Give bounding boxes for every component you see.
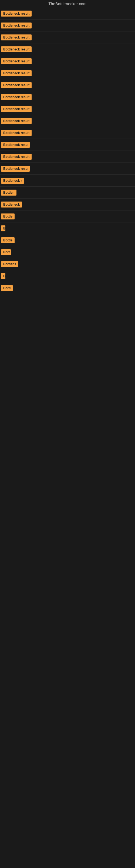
result-row: Bottleneck result bbox=[0, 79, 135, 91]
bottleneck-result-label: Bottleneck result bbox=[1, 34, 32, 40]
bottleneck-result-label: Bottleneck result bbox=[1, 94, 32, 100]
result-row: Bottleneck result bbox=[0, 43, 135, 55]
result-row: Bottleneck result bbox=[0, 8, 135, 20]
bottleneck-result-label: Bottleneck result bbox=[1, 58, 32, 64]
result-row: Bottleneck result bbox=[0, 20, 135, 31]
bottleneck-result-label: Bottle bbox=[1, 214, 14, 219]
bottleneck-result-label: Bottleneck result bbox=[1, 46, 32, 52]
result-row: Bott bbox=[0, 246, 135, 258]
bottleneck-result-label: Bottleneck result bbox=[1, 130, 32, 136]
result-row: Bottleneck result bbox=[0, 103, 135, 115]
bottleneck-result-label: Bottleneck result bbox=[1, 154, 32, 160]
result-row: B bbox=[0, 270, 135, 282]
bottleneck-result-label: Bottl bbox=[1, 285, 13, 291]
result-row: Bottleneck resu bbox=[0, 139, 135, 151]
result-row: Bottle bbox=[0, 211, 135, 222]
bottleneck-result-label: Bottle bbox=[1, 237, 14, 243]
bottleneck-result-label: Bottleneck result bbox=[1, 10, 32, 17]
bottleneck-result-label: Bott bbox=[1, 249, 11, 255]
result-row: Bottleneck resu bbox=[0, 163, 135, 175]
result-row: Bottleneck result bbox=[0, 115, 135, 127]
result-row: Bottleneck r bbox=[0, 175, 135, 187]
bottleneck-result-label: B bbox=[1, 225, 5, 231]
bottleneck-result-label: Bottleneck result bbox=[1, 106, 32, 112]
bottleneck-result-label: Bottleneck result bbox=[1, 82, 32, 88]
bottleneck-result-label: Bottleneck result bbox=[1, 23, 32, 29]
result-row: Bottleneck result bbox=[0, 127, 135, 139]
result-row: Bottleneck result bbox=[0, 91, 135, 103]
bottleneck-result-label: Bottleneck result bbox=[1, 70, 32, 76]
bottleneck-result-label: Bottlen bbox=[1, 190, 16, 195]
result-row: Bottleneck result bbox=[0, 151, 135, 163]
result-row: Bottleneck result bbox=[0, 55, 135, 67]
bottleneck-result-label: Bottleneck result bbox=[1, 118, 32, 124]
result-row: Bottleneck bbox=[0, 198, 135, 211]
result-row: Bottlens bbox=[0, 258, 135, 270]
result-row: Bottleneck result bbox=[0, 67, 135, 79]
bottleneck-result-label: Bottleneck bbox=[1, 202, 22, 208]
results-list: Bottleneck resultBottleneck resultBottle… bbox=[0, 8, 135, 294]
result-row: Bottleneck result bbox=[0, 31, 135, 43]
result-row: B bbox=[0, 222, 135, 235]
result-row: Bottl bbox=[0, 282, 135, 294]
bottleneck-result-label: Bottleneck resu bbox=[1, 166, 30, 172]
bottleneck-result-label: Bottlens bbox=[1, 261, 18, 267]
site-title: TheBottlenecker.com bbox=[0, 0, 135, 8]
result-row: Bottle bbox=[0, 235, 135, 246]
bottleneck-result-label: Bottleneck resu bbox=[1, 142, 30, 148]
bottleneck-result-label: B bbox=[1, 273, 5, 279]
result-row: Bottlen bbox=[0, 187, 135, 198]
bottleneck-result-label: Bottleneck r bbox=[1, 178, 24, 184]
site-header: TheBottlenecker.com bbox=[0, 0, 135, 8]
